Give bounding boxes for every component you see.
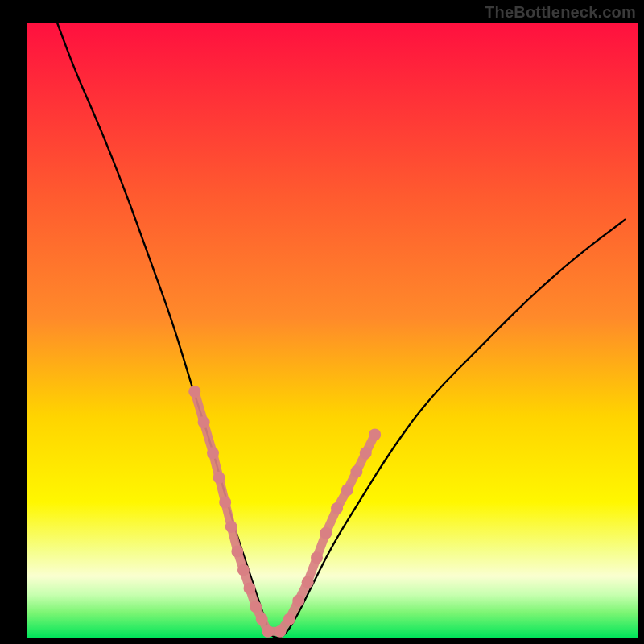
marker-dot — [360, 447, 372, 459]
marker-dot — [350, 465, 362, 477]
marker-dot — [237, 564, 250, 576]
marker-dot — [292, 595, 304, 607]
chart-container: TheBottleneck.com — [0, 0, 644, 644]
watermark-text: TheBottleneck.com — [485, 3, 636, 22]
marker-dot — [188, 386, 200, 398]
marker-dot — [244, 582, 256, 594]
marker-dot — [369, 428, 381, 440]
marker-dot — [213, 472, 225, 484]
marker-dot — [311, 551, 323, 564]
marker-dot — [320, 527, 332, 539]
marker-dot — [341, 484, 353, 496]
marker-dot — [207, 447, 219, 459]
marker-dot — [331, 502, 343, 514]
marker-dot — [256, 613, 268, 625]
marker-dot — [231, 546, 243, 558]
marker-dot — [283, 613, 295, 625]
marker-dot — [262, 625, 274, 638]
marker-dot — [198, 416, 210, 428]
marker-dot — [302, 576, 314, 588]
chart-svg — [0, 0, 644, 644]
marker-dot — [225, 521, 237, 533]
marker-dot — [274, 625, 286, 638]
marker-dot — [219, 496, 231, 508]
marker-dot — [250, 601, 262, 613]
